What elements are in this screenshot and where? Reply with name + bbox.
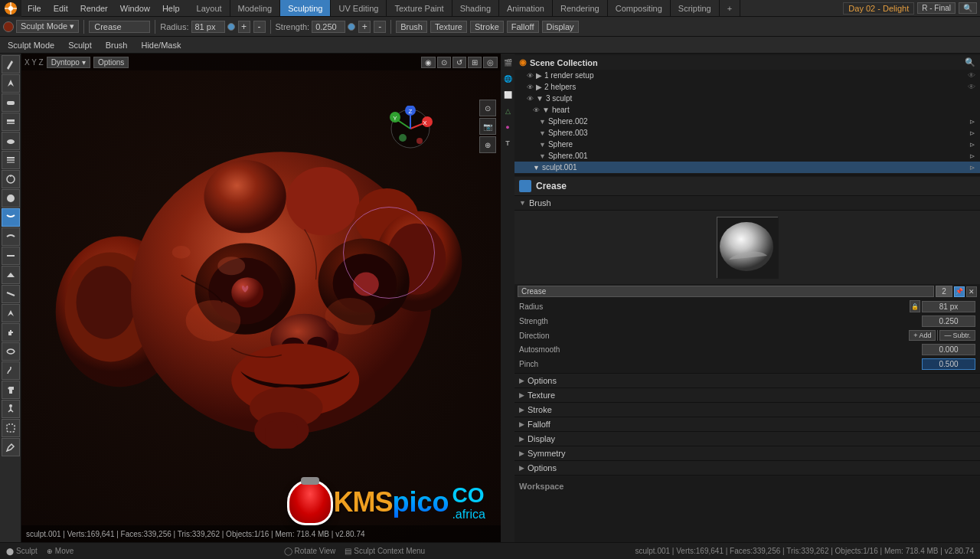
properties-material-icon[interactable]: ● [501,119,514,135]
tab-texture-paint[interactable]: Texture Paint [387,0,452,16]
tab-animation[interactable]: Animation [499,0,553,16]
scene-row-heart[interactable]: 👁 ▼ heart [514,104,980,116]
tool-pose[interactable] [2,400,20,418]
strength-input[interactable] [312,21,345,33]
camera-view-btn[interactable]: 📷 [479,118,496,135]
viewport-gizmo-btn[interactable]: ↺ [452,57,466,68]
tool-crease[interactable] [2,208,20,227]
menu-window[interactable]: Window [114,0,156,16]
viewport-shading-btn[interactable]: ◉ [421,57,436,68]
tab-compositing[interactable]: Compositing [608,0,671,16]
tab-modeling[interactable]: Modeling [230,0,281,16]
properties-world-icon[interactable]: 🌐 [501,71,514,87]
scene-row-helpers[interactable]: 👁 ▶ 2 helpers 👁 [514,81,980,93]
menu-help[interactable]: Help [156,0,186,16]
tool-draw-sharp[interactable] [2,74,20,93]
radius-lock-btn[interactable]: 🔒 [910,300,920,312]
radius-minus-btn[interactable]: - [253,21,266,33]
tool-clay-strips[interactable] [2,113,20,131]
tool-layer[interactable] [2,151,20,169]
tab-layout[interactable]: Layout [189,0,230,16]
tab-add[interactable]: + [720,0,740,16]
strength-plus-btn[interactable]: + [358,21,371,33]
properties-object-icon[interactable]: ⬜ [501,87,514,103]
tool-clay[interactable] [2,93,20,112]
viewport-snap-btn[interactable]: ⊞ [468,57,482,68]
stroke-dropdown[interactable]: Stroke [470,21,504,33]
properties-mesh-icon[interactable]: △ [501,103,514,119]
scene-row-sphere003[interactable]: ▼ Sphere.003 ⊳ [514,127,980,139]
autosmooth-value[interactable]: 0.000 [922,344,975,355]
brush-section-toggle[interactable]: ▼ Brush [514,196,980,211]
scene-row-sphere001[interactable]: ▼ Sphere.001 ⊳ [514,150,980,162]
tool-annotate[interactable] [2,438,20,456]
tool-snake-hook[interactable] [2,361,20,380]
properties-scene-icon[interactable]: 🎬 [501,55,514,70]
tool-smooth[interactable] [2,227,20,246]
menu-edit[interactable]: Edit [47,0,74,16]
scene-row-sculpt[interactable]: 👁 ▼ 3 sculpt [514,93,980,104]
falloff-section-toggle[interactable]: ▶ Falloff [514,417,980,432]
radius-plus-btn[interactable]: + [238,21,250,33]
sculpt-mode-dropdown[interactable]: Sculpt Mode ▾ [16,20,79,33]
scene-row-sphere[interactable]: ▼ Sphere ⊳ [514,139,980,150]
tool-draw[interactable] [2,55,20,74]
tab-scripting[interactable]: Scripting [671,0,720,16]
tool-elastic[interactable] [2,342,20,361]
radius-input[interactable] [191,21,225,33]
tool-pinch[interactable] [2,304,20,322]
tab-uv-editing[interactable]: UV Editing [331,0,387,16]
tool-grab[interactable] [2,323,20,342]
display-dropdown[interactable]: Display [542,21,579,33]
pinch-value[interactable]: 0.500 [922,358,975,370]
tool-clay-thumb[interactable] [2,132,20,150]
direction-add-btn[interactable]: + Add [909,330,936,341]
viewport-overlay-btn[interactable]: ⊙ [437,57,451,68]
scene-collection-filter-icon[interactable]: 🔍 [965,57,975,67]
tab-shading[interactable]: Shading [452,0,499,16]
sculpt-menu[interactable]: Sculpt [64,37,96,53]
stroke-section-toggle[interactable]: ▶ Stroke [514,403,980,417]
texture-dropdown[interactable]: Texture [430,21,467,33]
direction-subtract-btn[interactable]: — Subtr. [939,330,975,341]
scene-row-render-setup[interactable]: 👁 ▶ 1 render setup 👁 [514,70,980,81]
sculpt-mode-label[interactable]: Sculpt Mode [3,37,59,53]
brush-pin-btn[interactable]: 📌 [954,286,965,297]
tool-scrape[interactable] [2,285,20,303]
strength-prop-value[interactable]: 0.250 [922,315,975,327]
brush-dropdown[interactable]: Brush [396,21,427,33]
tab-sculpting[interactable]: Sculpting [280,0,331,16]
brush-name-input[interactable] [89,21,150,33]
radius-prop-value[interactable]: 81 px [922,301,975,312]
tool-thumb[interactable] [2,381,20,399]
options-dropdown[interactable]: Options [93,57,129,68]
tool-flatten[interactable] [2,247,20,265]
tool-inflate[interactable] [2,170,20,188]
tool-fill[interactable] [2,266,20,284]
tool-mask[interactable] [2,419,20,437]
falloff-dropdown[interactable]: Falloff [507,21,539,33]
render-engine-btn[interactable]: R - Final [917,2,956,14]
symmetry-section-toggle[interactable]: ▶ Symmetry [514,446,980,461]
hide-mask-menu[interactable]: Hide/Mask [136,37,185,53]
scene-row-sphere002[interactable]: ▼ Sphere.002 ⊳ [514,116,980,127]
options2-section-toggle[interactable]: ▶ Options [514,461,980,476]
frame-selected-btn[interactable]: ⊕ [479,136,496,153]
display-section-toggle[interactable]: ▶ Display [514,432,980,446]
viewport[interactable]: X Y Z Dyntopo ▾ Options ◉ ⊙ ↺ ⊞ ◎ X [21,54,501,542]
viewport-proportional-btn[interactable]: ◎ [483,57,498,68]
tool-blob[interactable] [2,189,20,208]
render-engine-dropdown[interactable]: Dyntopo ▾ [47,57,90,68]
options-section-toggle[interactable]: ▶ Options [514,374,980,388]
brush-name-field[interactable] [518,286,934,297]
texture-section-toggle[interactable]: ▶ Texture [514,388,980,403]
active-tool-icon[interactable]: T [501,136,514,151]
strength-minus-btn[interactable]: - [374,21,386,33]
menu-render[interactable]: Render [74,0,114,16]
brush-menu[interactable]: Brush [101,37,132,53]
search-btn[interactable]: 🔍 [959,2,977,14]
brush-close-btn[interactable]: ✕ [966,286,977,297]
zoom-to-selected-btn[interactable]: ⊙ [479,100,496,116]
menu-file[interactable]: File [21,0,47,16]
scene-row-sculpt001[interactable]: ▼ sculpt.001 ⊳ [514,162,980,173]
